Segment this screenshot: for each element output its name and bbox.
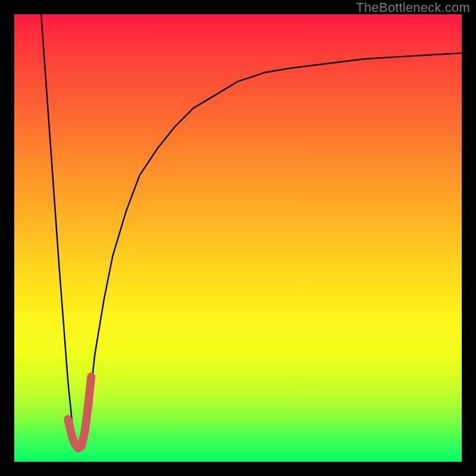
bottleneck-curve <box>41 14 462 448</box>
watermark-text: TheBottleneck.com <box>356 0 470 15</box>
curve-layer <box>14 14 462 462</box>
outer-frame: TheBottleneck.com <box>0 0 476 476</box>
